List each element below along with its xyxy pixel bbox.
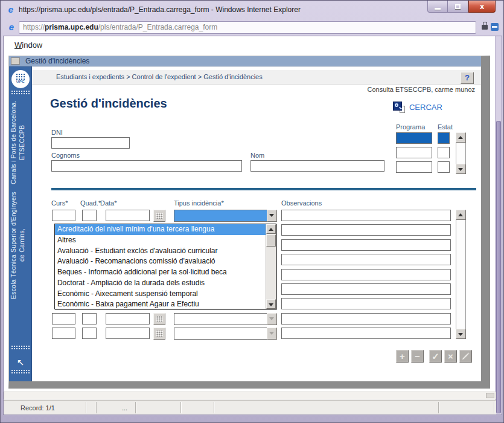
quad-input-row9[interactable] [82,328,97,339]
remove-record-button[interactable]: − [411,350,424,363]
page-favicon-icon: e [7,22,16,32]
observacions-input-row8[interactable] [281,313,451,325]
nom-input[interactable] [250,160,384,172]
tipus-dropdown-arrow-row9[interactable] [267,328,277,340]
calendar-icon [156,331,163,337]
estat-label: Estat [438,123,453,131]
form-canvas: Estudiants i expedients > Control de l'e… [32,66,481,381]
dropdown-scroll-down-icon[interactable] [266,299,276,309]
collapse-arrow-icon[interactable]: ↖ [9,358,32,367]
observacions-input-row1[interactable] [281,210,451,221]
accept-button[interactable]: ✓ [429,350,442,363]
search-icon [393,101,405,113]
dni-label: DNI [51,129,63,136]
help-button[interactable]: ? [461,72,474,84]
calendar-icon [156,213,163,219]
horizontal-scrollbar[interactable] [4,392,496,399]
menu-window[interactable]: Window [14,40,42,50]
calendar-icon [156,316,163,322]
records-scrollbar[interactable] [456,210,466,339]
forms-statusbar: Record: 1/1 ... [4,400,496,415]
school-name-line1: Escola Tècnica Superior d'Enginyers de C… [9,190,32,301]
url-path: /pls/entrada/P_Entrada.carrega_form [98,23,217,31]
scrollbar-thumb[interactable] [496,121,501,413]
cercar-button[interactable]: CERCAR [393,101,442,113]
tipus-select-row8[interactable] [174,313,267,325]
url-scheme: https:// [23,23,45,31]
upc-logo: UPC [11,70,30,88]
data-input-row8[interactable] [106,313,150,325]
data-input-row1[interactable] [106,210,150,221]
browser-titlebar: e https://prisma.upc.edu/pls/entrada/P_E… [1,1,503,19]
observacions-input-row9[interactable] [281,328,451,339]
tipus-dropdown-arrow-row8[interactable] [267,313,277,325]
address-input[interactable]: https://prisma.upc.edu/pls/entrada/P_Ent… [19,21,476,34]
minimize-button[interactable] [427,1,448,13]
estat-input-row2[interactable] [438,147,450,158]
dropdown-option[interactable]: Doctorat - Ampliació de la durada dels e… [55,278,266,289]
calendar-button-row9[interactable] [153,328,165,340]
section-divider [51,188,476,190]
dni-input[interactable] [51,137,130,149]
dropdown-option[interactable]: Econòmic - Aixecament suspensió temporal [55,289,266,300]
applet-menubar: Window [4,36,495,54]
calendar-button-row8[interactable] [153,313,165,325]
observacions-input-row3[interactable] [281,239,451,251]
sidebar-dotted-divider [11,90,30,95]
estat-input-row1[interactable] [438,132,450,144]
applet-window-title: Gestió d'incidències [25,57,89,65]
status-ellipsis: ... [122,404,127,412]
cognoms-label: Cognoms [51,152,80,159]
page-title: Gestió d'incidències [50,97,167,111]
security-lock-icon[interactable] [482,25,488,30]
dropdown-option[interactable]: Altres [55,235,266,246]
dropdown-option[interactable]: Beques - Informació addicional per la so… [55,267,266,278]
quad-input-row1[interactable] [82,210,97,221]
maximize-button[interactable] [448,1,468,13]
address-bar: e https://prisma.upc.edu/pls/entrada/P_E… [1,19,503,36]
tipus-select-row9[interactable] [174,328,267,340]
tipus-dropdown-arrow-row1[interactable] [267,210,277,222]
observacions-input-row6[interactable] [281,283,451,295]
close-button[interactable]: x [468,1,496,13]
add-record-button[interactable]: + [396,350,409,363]
dropdown-scroll-thumb[interactable] [266,234,276,247]
observacions-input-row7[interactable] [281,298,451,309]
compatibility-view-icon[interactable] [491,23,499,31]
nom-label: Nom [250,152,264,159]
data-input-row9[interactable] [106,328,150,339]
programa-input-row2[interactable] [396,147,432,158]
dropdown-option[interactable]: Acreditació del nivell mínim d'una terce… [55,224,266,235]
observacions-input-row5[interactable] [281,269,451,280]
observacions-header: Observacions [281,199,322,207]
window-title: https://prisma.upc.edu/pls/entrada/P_Ent… [19,5,301,14]
observacions-input-row4[interactable] [281,254,451,265]
programa-scroll-up-icon[interactable] [456,132,466,143]
record-counter: Record: 1/1 [21,404,55,412]
quad-input-row8[interactable] [82,313,97,325]
records-scroll-down-icon[interactable] [456,329,466,339]
curs-input-row8[interactable] [52,313,75,325]
cognoms-input[interactable] [51,160,242,172]
browser-viewport: Window Gestió d'incidències UPC Escola T… [3,36,502,415]
calendar-button-row1[interactable] [153,210,165,222]
edit-button[interactable] [459,350,472,363]
cancel-button[interactable]: × [444,350,457,363]
tipus-select-row1[interactable] [174,210,267,222]
programa-scroll-down-icon[interactable] [456,164,466,174]
curs-input-row1[interactable] [52,210,75,221]
programa-input-row3[interactable] [396,161,432,173]
dropdown-scrollbar[interactable] [266,224,276,309]
dropdown-option[interactable]: Avaluació - Recomanacions comissió d'ava… [55,256,266,267]
dropdown-option[interactable]: Econòmic - Baixa pagament Agaur a Efecti… [55,299,266,310]
records-scroll-up-icon[interactable] [456,210,466,220]
pencil-icon [462,352,470,360]
applet-window-titlebar: Gestió d'incidències [9,56,481,66]
programa-input-row1[interactable] [396,132,432,144]
browser-vertical-scrollbar[interactable] [495,36,502,415]
curs-input-row9[interactable] [52,328,75,339]
estat-input-row3[interactable] [438,161,450,173]
dropdown-option[interactable]: Avaluació - Estudiant exclòs d'avaluació… [55,246,266,257]
dropdown-scroll-up-icon[interactable] [266,224,276,234]
observacions-input-row2[interactable] [281,224,451,236]
